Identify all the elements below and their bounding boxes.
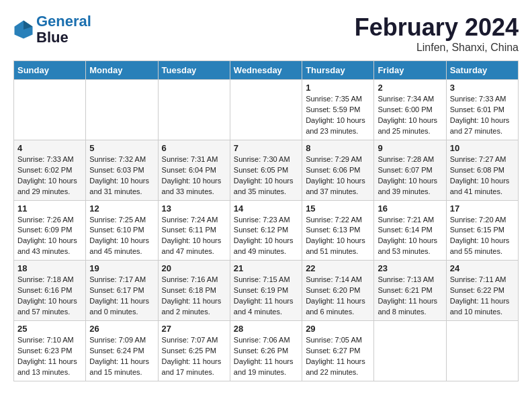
weekday-sunday: Sunday <box>14 61 86 80</box>
weekday-monday: Monday <box>86 61 158 80</box>
weekday-saturday: Saturday <box>446 61 518 80</box>
day-cell: 20Sunrise: 7:16 AMSunset: 6:18 PMDayligh… <box>158 261 230 321</box>
day-info: Sunrise: 7:23 AMSunset: 6:12 PMDaylight:… <box>234 215 298 258</box>
calendar-body: 1Sunrise: 7:35 AMSunset: 5:59 PMDaylight… <box>14 80 519 381</box>
day-info: Sunrise: 7:18 AMSunset: 6:16 PMDaylight:… <box>17 275 82 318</box>
day-info: Sunrise: 7:29 AMSunset: 6:06 PMDaylight:… <box>306 154 370 197</box>
day-number: 5 <box>89 143 154 153</box>
day-cell: 13Sunrise: 7:24 AMSunset: 6:11 PMDayligh… <box>158 200 230 261</box>
day-info: Sunrise: 7:33 AMSunset: 6:01 PMDaylight:… <box>450 94 515 137</box>
day-info: Sunrise: 7:25 AMSunset: 6:10 PMDaylight:… <box>89 215 154 258</box>
day-cell: 2Sunrise: 7:34 AMSunset: 6:00 PMDaylight… <box>374 80 446 140</box>
day-number: 28 <box>234 324 298 334</box>
day-info: Sunrise: 7:24 AMSunset: 6:11 PMDaylight:… <box>162 215 226 258</box>
weekday-thursday: Thursday <box>302 61 374 80</box>
day-cell <box>158 80 230 140</box>
day-info: Sunrise: 7:10 AMSunset: 6:23 PMDaylight:… <box>17 335 82 378</box>
title-block: February 2024 Linfen, Shanxi, China <box>355 13 519 54</box>
page-header: General Blue February 2024 Linfen, Shanx… <box>13 13 519 54</box>
week-row-3: 11Sunrise: 7:26 AMSunset: 6:09 PMDayligh… <box>14 200 519 261</box>
day-info: Sunrise: 7:32 AMSunset: 6:03 PMDaylight:… <box>89 154 154 197</box>
logo-text: General Blue <box>36 13 91 46</box>
day-cell: 23Sunrise: 7:13 AMSunset: 6:21 PMDayligh… <box>374 261 446 321</box>
day-cell: 11Sunrise: 7:26 AMSunset: 6:09 PMDayligh… <box>14 200 86 261</box>
day-number: 17 <box>450 203 515 214</box>
day-info: Sunrise: 7:14 AMSunset: 6:20 PMDaylight:… <box>306 275 370 318</box>
day-info: Sunrise: 7:16 AMSunset: 6:18 PMDaylight:… <box>162 275 226 318</box>
day-info: Sunrise: 7:27 AMSunset: 6:08 PMDaylight:… <box>450 154 515 197</box>
weekday-wednesday: Wednesday <box>230 61 302 80</box>
day-number: 16 <box>378 203 442 214</box>
day-info: Sunrise: 7:34 AMSunset: 6:00 PMDaylight:… <box>378 94 442 137</box>
day-info: Sunrise: 7:22 AMSunset: 6:13 PMDaylight:… <box>306 215 370 258</box>
day-info: Sunrise: 7:26 AMSunset: 6:09 PMDaylight:… <box>17 215 82 258</box>
day-number: 14 <box>234 203 298 214</box>
day-info: Sunrise: 7:21 AMSunset: 6:14 PMDaylight:… <box>378 215 442 258</box>
day-number: 15 <box>306 203 370 214</box>
day-number: 6 <box>162 143 226 153</box>
day-number: 26 <box>89 324 154 334</box>
day-cell: 26Sunrise: 7:09 AMSunset: 6:24 PMDayligh… <box>86 321 158 381</box>
day-number: 18 <box>17 263 82 273</box>
day-cell <box>446 321 518 381</box>
day-cell: 14Sunrise: 7:23 AMSunset: 6:12 PMDayligh… <box>230 200 302 261</box>
day-info: Sunrise: 7:35 AMSunset: 5:59 PMDaylight:… <box>306 94 370 137</box>
day-cell: 19Sunrise: 7:17 AMSunset: 6:17 PMDayligh… <box>86 261 158 321</box>
calendar-title: February 2024 <box>355 13 519 42</box>
day-number: 8 <box>306 143 370 153</box>
day-number: 10 <box>450 143 515 153</box>
day-cell: 22Sunrise: 7:14 AMSunset: 6:20 PMDayligh… <box>302 261 374 321</box>
day-info: Sunrise: 7:13 AMSunset: 6:21 PMDaylight:… <box>378 275 442 318</box>
day-number: 4 <box>17 143 82 153</box>
day-number: 21 <box>234 263 298 273</box>
day-number: 11 <box>17 203 82 214</box>
day-number: 9 <box>378 143 442 153</box>
day-cell: 12Sunrise: 7:25 AMSunset: 6:10 PMDayligh… <box>86 200 158 261</box>
day-number: 25 <box>17 324 82 334</box>
day-number: 13 <box>162 203 226 214</box>
day-cell: 1Sunrise: 7:35 AMSunset: 5:59 PMDaylight… <box>302 80 374 140</box>
day-number: 29 <box>306 324 370 334</box>
week-row-1: 1Sunrise: 7:35 AMSunset: 5:59 PMDaylight… <box>14 80 519 140</box>
day-info: Sunrise: 7:07 AMSunset: 6:25 PMDaylight:… <box>162 335 226 378</box>
day-cell: 8Sunrise: 7:29 AMSunset: 6:06 PMDaylight… <box>302 140 374 200</box>
day-info: Sunrise: 7:30 AMSunset: 6:05 PMDaylight:… <box>234 154 298 197</box>
day-number: 12 <box>89 203 154 214</box>
day-cell <box>86 80 158 140</box>
day-info: Sunrise: 7:33 AMSunset: 6:02 PMDaylight:… <box>17 154 82 197</box>
day-cell: 5Sunrise: 7:32 AMSunset: 6:03 PMDaylight… <box>86 140 158 200</box>
day-cell <box>14 80 86 140</box>
day-cell: 3Sunrise: 7:33 AMSunset: 6:01 PMDaylight… <box>446 80 518 140</box>
day-info: Sunrise: 7:20 AMSunset: 6:15 PMDaylight:… <box>450 215 515 258</box>
calendar-table: SundayMondayTuesdayWednesdayThursdayFrid… <box>13 60 519 381</box>
weekday-header-row: SundayMondayTuesdayWednesdayThursdayFrid… <box>14 61 519 80</box>
day-number: 2 <box>378 83 442 93</box>
day-cell: 28Sunrise: 7:06 AMSunset: 6:26 PMDayligh… <box>230 321 302 381</box>
day-info: Sunrise: 7:28 AMSunset: 6:07 PMDaylight:… <box>378 154 442 197</box>
day-cell: 25Sunrise: 7:10 AMSunset: 6:23 PMDayligh… <box>14 321 86 381</box>
day-cell: 24Sunrise: 7:11 AMSunset: 6:22 PMDayligh… <box>446 261 518 321</box>
day-info: Sunrise: 7:05 AMSunset: 6:27 PMDaylight:… <box>306 335 370 378</box>
day-cell: 29Sunrise: 7:05 AMSunset: 6:27 PMDayligh… <box>302 321 374 381</box>
day-info: Sunrise: 7:17 AMSunset: 6:17 PMDaylight:… <box>89 275 154 318</box>
day-info: Sunrise: 7:31 AMSunset: 6:04 PMDaylight:… <box>162 154 226 197</box>
week-row-2: 4Sunrise: 7:33 AMSunset: 6:02 PMDaylight… <box>14 140 519 200</box>
logo-icon <box>13 19 34 40</box>
day-info: Sunrise: 7:09 AMSunset: 6:24 PMDaylight:… <box>89 335 154 378</box>
day-cell: 27Sunrise: 7:07 AMSunset: 6:25 PMDayligh… <box>158 321 230 381</box>
weekday-tuesday: Tuesday <box>158 61 230 80</box>
day-number: 24 <box>450 263 515 273</box>
day-info: Sunrise: 7:06 AMSunset: 6:26 PMDaylight:… <box>234 335 298 378</box>
weekday-friday: Friday <box>374 61 446 80</box>
day-number: 27 <box>162 324 226 334</box>
day-number: 3 <box>450 83 515 93</box>
day-cell: 17Sunrise: 7:20 AMSunset: 6:15 PMDayligh… <box>446 200 518 261</box>
day-cell: 18Sunrise: 7:18 AMSunset: 6:16 PMDayligh… <box>14 261 86 321</box>
day-cell: 16Sunrise: 7:21 AMSunset: 6:14 PMDayligh… <box>374 200 446 261</box>
day-info: Sunrise: 7:11 AMSunset: 6:22 PMDaylight:… <box>450 275 515 318</box>
day-number: 19 <box>89 263 154 273</box>
day-info: Sunrise: 7:15 AMSunset: 6:19 PMDaylight:… <box>234 275 298 318</box>
day-cell: 10Sunrise: 7:27 AMSunset: 6:08 PMDayligh… <box>446 140 518 200</box>
week-row-5: 25Sunrise: 7:10 AMSunset: 6:23 PMDayligh… <box>14 321 519 381</box>
week-row-4: 18Sunrise: 7:18 AMSunset: 6:16 PMDayligh… <box>14 261 519 321</box>
